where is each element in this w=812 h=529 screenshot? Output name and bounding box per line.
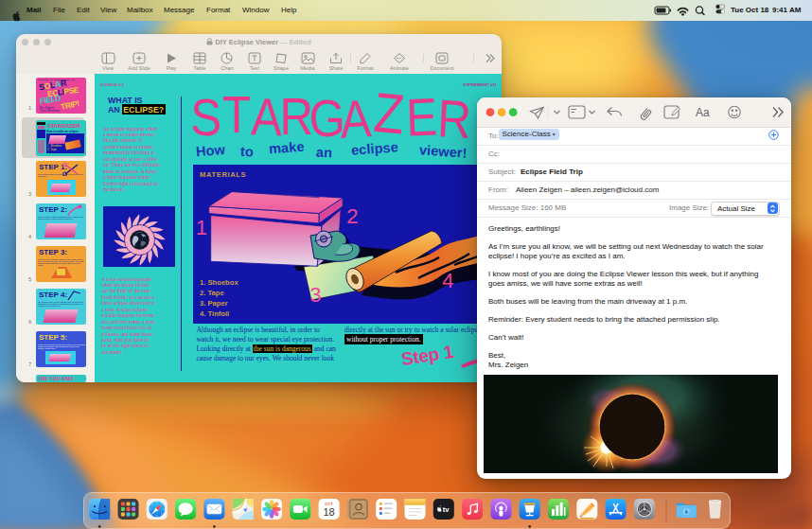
svg-text:tv: tv: [443, 505, 450, 514]
svg-text:18: 18: [323, 506, 334, 518]
svg-text:Aa: Aa: [696, 106, 710, 119]
